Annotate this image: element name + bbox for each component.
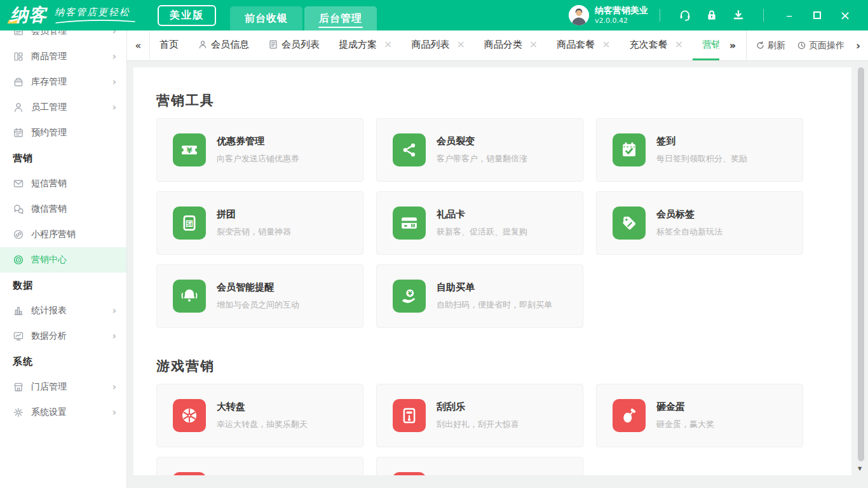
section-title-game-marketing: 游戏营销 (156, 357, 829, 375)
tagline-text: 纳客管店更轻松 (55, 6, 130, 18)
card-check-in[interactable]: 签到 每日签到领取积分、奖励 (596, 118, 803, 182)
page-operations-label: 页面操作 (809, 40, 844, 51)
open-tabs-bar: « 首页 会员信息 会 (127, 30, 868, 61)
tab-actions: 刷新 页面操作 › (746, 30, 868, 60)
card-title: 自助买单 (437, 281, 552, 294)
tab-label: 提成方案 (339, 39, 377, 51)
card-scratch-card[interactable]: 刮刮乐 刮出好礼，刮开大惊喜 (376, 384, 583, 447)
close-icon[interactable]: × (529, 39, 538, 50)
sidebar-item-data-analysis[interactable]: 数据分析 › (0, 323, 126, 349)
close-icon[interactable]: × (602, 39, 610, 50)
sidebar-item-marketing-center[interactable]: 营销中心 (0, 247, 126, 273)
sidebar-item-system-settings[interactable]: 系统设置 › (0, 400, 126, 425)
tab-product-package[interactable]: 商品套餐 × (547, 30, 620, 60)
sidebar-item-label: 门店管理 (31, 381, 67, 393)
chevron-right-icon: › (112, 305, 116, 316)
card-subtitle: 裂变营销，销量神器 (217, 226, 291, 238)
tabs-scroll-left-button[interactable]: « (127, 30, 150, 60)
tabs-scroll-right-button[interactable]: » (719, 30, 746, 60)
sidebar: 会员管理 › 商品管理 › 库存管理 › (0, 30, 127, 488)
sidebar-item-staff-mgmt[interactable]: 员工管理 › (0, 95, 126, 120)
share-icon (393, 133, 426, 166)
sidebar-item-product-mgmt[interactable]: 商品管理 › (0, 44, 126, 69)
close-button[interactable]: × (836, 6, 855, 25)
wechat-icon (13, 203, 24, 215)
card-member-fission[interactable]: 会员裂变 客户带客户，销量翻倍涨 (376, 118, 583, 182)
card-smart-reminder[interactable]: 会员智能提醒 增加与会员之间的互动 (156, 264, 363, 328)
bar-chart-icon (13, 305, 24, 316)
maximize-button[interactable] (808, 6, 827, 25)
sidebar-item-label: 员工管理 (31, 102, 67, 113)
card-group-buy[interactable]: 团 拼团 裂变营销，销量神器 (156, 191, 363, 255)
scrollbar-thumb[interactable] (858, 67, 864, 461)
sidebar-item-label: 小程序营销 (31, 229, 76, 240)
card-self-checkout[interactable]: ¥ 自助买单 自助扫码，便捷省时，即刻买单 (376, 264, 583, 328)
card-golden-egg[interactable]: 砸金蛋 砸金蛋，赢大奖 (596, 384, 803, 447)
page-operations-button[interactable]: 页面操作 (797, 40, 844, 51)
sidebar-item-label: 微信营销 (31, 203, 67, 215)
tab-member-info[interactable]: 会员信息 (188, 30, 259, 60)
tab-product-category[interactable]: 商品分类 × (475, 30, 547, 60)
card-coupon-management[interactable]: ¥ 优惠券管理 向客户发送店铺优惠券 (156, 118, 363, 182)
nav-tab-backend-admin[interactable]: 后台管理 (304, 6, 377, 30)
sidebar-item-label: 数据分析 (31, 330, 67, 342)
tab-label: 营销中心 (702, 39, 719, 51)
download-icon[interactable] (730, 7, 747, 24)
section-title-marketing-tools: 营销工具 (156, 92, 829, 109)
card-lucky-wheel[interactable]: 大转盘 幸运大转盘，抽奖乐翻天 (156, 384, 363, 447)
workspace: « 首页 会员信息 会 (127, 30, 868, 488)
card-partial-1[interactable] (156, 457, 363, 475)
close-icon[interactable]: × (675, 39, 683, 50)
sidebar-item-inventory-mgmt[interactable]: 库存管理 › (0, 69, 126, 95)
marketing-tools-grid: ¥ 优惠券管理 向客户发送店铺优惠券 (156, 118, 829, 328)
tab-marketing-center[interactable]: 营销中心 × (693, 30, 719, 60)
game-marketing-grid: 大转盘 幸运大转盘，抽奖乐翻天 (156, 384, 829, 475)
sidebar-item-label: 商品管理 (31, 51, 67, 62)
bell-icon (173, 280, 206, 313)
sidebar-item-miniprogram-marketing[interactable]: 小程序营销 (0, 222, 126, 247)
sidebar-item-appointment-mgmt[interactable]: 预约管理 (0, 120, 126, 146)
card-title: 会员裂变 (437, 135, 527, 147)
tab-recharge-package[interactable]: 充次套餐 × (620, 30, 693, 60)
sidebar-item-store-mgmt[interactable]: 门店管理 › (0, 374, 126, 400)
tag-icon (613, 207, 646, 240)
chevron-right-icon: › (112, 30, 116, 37)
vertical-scrollbar[interactable]: ▼ (857, 66, 865, 471)
user-icon (198, 39, 208, 50)
user-info: 纳客营销美业 v2.0.0.42 (595, 5, 648, 25)
tab-home[interactable]: 首页 (150, 30, 188, 60)
close-icon[interactable]: × (456, 39, 465, 50)
scrollbar-down-arrow[interactable]: ▼ (858, 466, 862, 471)
nav-tab-front-cashier[interactable]: 前台收银 (230, 6, 302, 30)
tab-product-list[interactable]: 商品列表 × (402, 30, 474, 60)
tab-member-list[interactable]: 会员列表 (259, 30, 329, 60)
minimize-button[interactable]: – (780, 6, 799, 25)
sidebar-item-label: 预约管理 (31, 127, 67, 139)
refresh-icon (756, 41, 765, 50)
tab-label: 首页 (159, 39, 179, 51)
tab-label: 会员列表 (281, 39, 320, 51)
sidebar-item-member-mgmt[interactable]: 会员管理 › (0, 30, 126, 44)
app-version: v2.0.0.42 (595, 17, 648, 25)
card-subtitle: 增加与会员之间的互动 (217, 299, 299, 311)
coupon-icon: ¥ (173, 133, 206, 166)
edition-badge[interactable]: 美业版 (158, 5, 216, 26)
sidebar-item-label: 库存管理 (31, 76, 67, 88)
lock-icon[interactable] (703, 7, 720, 24)
close-icon[interactable]: × (384, 39, 392, 50)
sidebar-item-wechat-marketing[interactable]: 微信营销 (0, 196, 126, 222)
more-arrow-icon[interactable]: › (856, 39, 860, 52)
card-member-tag[interactable]: 会员标签 标签全自动新玩法 (596, 191, 803, 255)
refresh-button[interactable]: 刷新 (756, 40, 785, 51)
gear-icon (13, 407, 24, 418)
scratch-card-icon (393, 399, 426, 432)
tab-commission-plan[interactable]: 提成方案 × (329, 30, 402, 60)
sidebar-item-statistics-report[interactable]: 统计报表 › (0, 298, 126, 323)
svg-text:¥: ¥ (186, 146, 192, 155)
sidebar-item-sms-marketing[interactable]: 短信营销 (0, 171, 126, 196)
card-partial-2[interactable] (376, 457, 583, 475)
user-avatar[interactable] (569, 5, 589, 25)
marketing-center-panel: 营销工具 ¥ 优惠券管理 向客户发送店铺优惠券 (133, 67, 851, 475)
card-gift-card[interactable]: 礼品卡 获新客、促活跃、提复购 (376, 191, 583, 255)
customer-service-icon[interactable] (677, 7, 693, 24)
